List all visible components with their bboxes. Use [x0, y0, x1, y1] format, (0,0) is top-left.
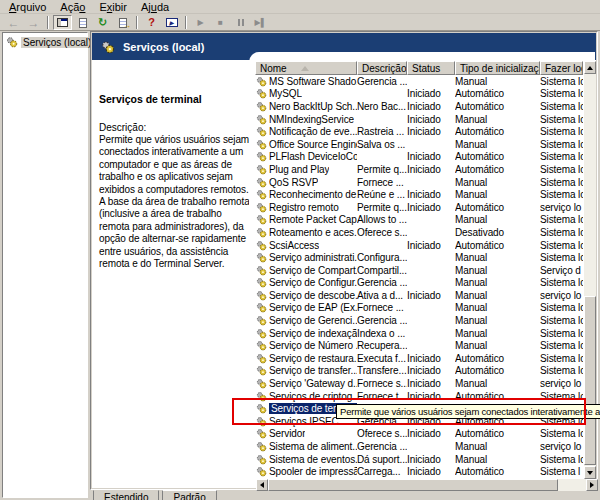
export-list-button[interactable]: →: [113, 15, 132, 30]
refresh-button[interactable]: ↻: [93, 15, 112, 30]
service-gears-icon: [256, 277, 267, 288]
service-row[interactable]: QoS RSVP Fornece ... Manual Sistema lo: [255, 176, 583, 189]
horizontal-scroll-thumb[interactable]: [268, 479, 558, 491]
horizontal-scrollbar[interactable]: [256, 479, 598, 491]
service-gears-icon: [256, 76, 267, 87]
service-logon-as: Sistema lo: [540, 428, 583, 439]
service-logon-as: Sistema lo: [540, 126, 583, 137]
column-header-startup[interactable]: Tipo de inicialização: [455, 61, 540, 75]
forward-button[interactable]: →: [24, 15, 43, 30]
column-header-name[interactable]: Nome: [255, 61, 357, 75]
service-row[interactable]: Serviço de indexação Indexa o ... Manual…: [255, 327, 583, 340]
restart-service-button[interactable]: ▶▌: [251, 15, 270, 30]
service-gears-icon: [256, 126, 267, 137]
menu-item-arquivo[interactable]: Arquivo: [2, 1, 53, 13]
service-row[interactable]: Serviço de Configur... Gerencia ... Manu…: [255, 277, 583, 290]
scroll-up-button[interactable]: [584, 61, 596, 74]
service-description: Permite q...: [357, 202, 407, 213]
service-row[interactable]: Notificação de eve... Rastreia ... Inici…: [255, 125, 583, 138]
back-button[interactable]: ←: [4, 15, 23, 30]
service-row[interactable]: ScsiAccess Iniciado Automático Sistema l…: [255, 239, 583, 252]
service-gears-icon: [256, 139, 267, 150]
service-row[interactable]: Serviço de Gerenci... Gerencia ... Manua…: [255, 314, 583, 327]
service-logon-as: serviço lo: [540, 290, 583, 301]
service-gears-icon: [256, 240, 267, 251]
column-header-status[interactable]: Status: [407, 61, 455, 75]
service-row[interactable]: Serviço de transfer... Transfere... Inic…: [255, 365, 583, 378]
service-logon-as: Serviço d: [540, 265, 583, 276]
service-name: Notificação de eve...: [269, 126, 357, 137]
menu-item-ação[interactable]: Ação: [53, 1, 92, 13]
column-header-logon[interactable]: Fazer log: [540, 61, 583, 75]
annotation-rectangle: [232, 398, 586, 425]
scroll-left-button[interactable]: [256, 479, 268, 491]
help-button[interactable]: ?: [142, 15, 161, 30]
service-gears-icon: [256, 290, 267, 301]
service-row[interactable]: Spooler de impressão Carrega... Iniciado…: [255, 465, 583, 477]
tab-estendido[interactable]: Estendido: [93, 490, 159, 500]
services-gears-icon: [6, 36, 18, 48]
service-startup-type: Manual: [455, 454, 540, 465]
service-gears-icon: [256, 315, 267, 326]
service-name: Sistema de eventos...: [269, 454, 357, 465]
forward-arrow-icon: →: [28, 17, 40, 29]
scroll-right-button[interactable]: [586, 479, 598, 491]
service-gears-icon: [256, 202, 267, 213]
tree-item-services-local[interactable]: Serviços (local): [3, 33, 87, 48]
service-logon-as: Sistema lo: [540, 365, 583, 376]
service-name: Nero BackItUp Sch...: [269, 101, 357, 112]
service-logon-as: Sistema lo: [540, 252, 583, 263]
service-logon-as: Sistema lo: [540, 302, 583, 313]
service-row[interactable]: Office Source Engine Salva os ... Manual…: [255, 138, 583, 151]
service-logon-as: Sistema lo: [540, 189, 583, 200]
service-gears-icon: [256, 428, 267, 439]
stop-service-button[interactable]: ■: [211, 15, 230, 30]
service-row[interactable]: Serviço de EAP (Ex... Fornece ... Manual…: [255, 302, 583, 315]
pause-service-button[interactable]: [231, 15, 250, 30]
service-logon-as: Sistema lo: [540, 177, 583, 188]
properties-button[interactable]: [73, 15, 92, 30]
service-status: Iniciado: [407, 164, 455, 175]
menu-item-exibir[interactable]: Exibir: [92, 1, 134, 13]
service-startup-type: Automático: [455, 151, 540, 162]
service-row[interactable]: Servidor Oferece s... Iniciado Automátic…: [255, 428, 583, 441]
service-row[interactable]: Nero BackItUp Sch... Nero Bac... Iniciad…: [255, 100, 583, 113]
service-row[interactable]: Serviço de descobe... Ativa a d... Inici…: [255, 289, 583, 302]
service-row[interactable]: MS Software Shado... Gerencia ... Manual…: [255, 75, 583, 88]
service-logon-as: Sistema lo: [540, 164, 583, 175]
service-row[interactable]: Serviço 'Gateway d... Fornece s... Inici…: [255, 377, 583, 390]
service-gears-icon: [256, 88, 267, 99]
pause-icon: [237, 17, 245, 28]
service-description: Fornece ...: [357, 177, 407, 188]
service-gears-icon: [256, 441, 267, 452]
service-row[interactable]: Serviço de Compart... Compartil... Manua…: [255, 264, 583, 277]
service-row[interactable]: Roteamento e aces... Oferece s... Desati…: [255, 226, 583, 239]
service-row[interactable]: Sistema de aliment... Gerencia ... Manua…: [255, 440, 583, 453]
service-row[interactable]: Serviço de restaura... Executa f... Inic…: [255, 352, 583, 365]
column-header-desc[interactable]: Descrição: [357, 61, 407, 75]
scroll-down-button[interactable]: [584, 466, 596, 479]
start-service-button[interactable]: ▶: [191, 15, 210, 30]
service-row[interactable]: Sistema de eventos... Dá suport... Inici…: [255, 453, 583, 466]
tab-padrão[interactable]: Padrão: [162, 490, 216, 500]
service-description: Nero Bac...: [357, 101, 407, 112]
service-status: Iniciado: [407, 240, 455, 251]
toolbar-separator: [136, 16, 138, 29]
service-row[interactable]: Reconhecimento de... Reúne e ... Iniciad…: [255, 188, 583, 201]
service-row[interactable]: Registro remoto Permite q... Iniciado Au…: [255, 201, 583, 214]
show-hide-console-tree-button[interactable]: [53, 15, 72, 30]
service-row[interactable]: NMIndexingService Iniciado Manual Sistem…: [255, 113, 583, 126]
service-row[interactable]: Plug and Play Permite q... Iniciado Auto…: [255, 163, 583, 176]
service-row[interactable]: Serviço administrati... Configura... Man…: [255, 251, 583, 264]
service-row[interactable]: MySQL Iniciado Automático Sistema lo: [255, 88, 583, 101]
service-logon-as: Sistema lo: [540, 214, 583, 225]
service-description: Oferece s...: [357, 428, 407, 439]
service-logon-as: Sistema lo: [540, 277, 583, 288]
vertical-scroll-thumb[interactable]: [584, 296, 596, 465]
menu-item-ajuda[interactable]: Ajuda: [134, 1, 176, 13]
service-row[interactable]: PLFlash DeviceIoCo... Iniciado Automátic…: [255, 151, 583, 164]
extended-view-button[interactable]: ▶: [162, 15, 181, 30]
service-row[interactable]: Serviço de Número ... Recupera... Manual…: [255, 339, 583, 352]
service-row[interactable]: Remote Packet Cap... Allows to ... Manua…: [255, 214, 583, 227]
service-startup-type: Automático: [455, 101, 540, 112]
